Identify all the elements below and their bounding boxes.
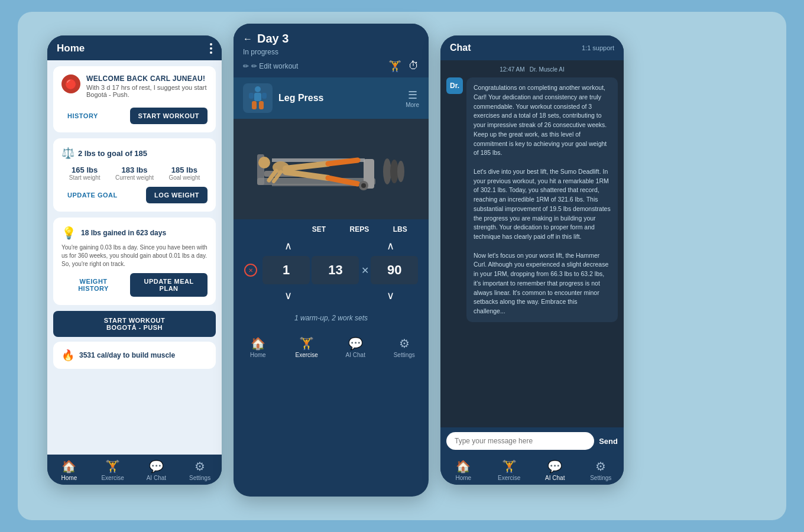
chat-nav-settings[interactable]: ⚙ Settings [586, 459, 615, 481]
chat-title: Chat [450, 43, 471, 53]
home-nav-label-3: Home [455, 475, 471, 481]
insight-body-text: You're gaining 0.03 lbs a day. Since you… [61, 244, 208, 268]
chat-message-row-1: Dr. Congratulations on completing anothe… [446, 77, 618, 322]
chat-nav-label: AI Chat [147, 475, 166, 481]
menu-icon: ☰ [408, 89, 417, 102]
svg-rect-2 [252, 101, 257, 109]
nav-settings[interactable]: ⚙ Settings [185, 459, 215, 481]
reps-value[interactable]: 13 [312, 256, 359, 284]
nav-exercise[interactable]: 🏋 Exercise [98, 459, 128, 481]
home-nav-icon: 🏠 [61, 459, 76, 473]
home-nav-label-2: Home [250, 352, 266, 358]
exercise-nav-icon: 🏋 [105, 459, 120, 473]
current-weight: 183 lbs Current weight [115, 166, 154, 181]
welcome-card: 🔴 WELCOME BACK CARL JUNEAU! With 3 d 17 … [53, 66, 216, 132]
multiply-symbol: ✕ [361, 265, 369, 276]
workout-nav-home[interactable]: 🏠 Home [243, 336, 273, 358]
workout-header: ← Day 3 In progress ✏ ✏ Edit workout 🏋 ⏱ [234, 24, 429, 77]
reps-up-button[interactable]: ∧ [273, 238, 304, 254]
day-title: Day 3 [257, 32, 288, 46]
chat-nav-ai-chat[interactable]: 💬 AI Chat [540, 459, 570, 481]
send-button[interactable]: Send [599, 437, 618, 446]
exercise-nav-label-3: Exercise [498, 475, 520, 481]
svg-point-21 [383, 158, 391, 184]
set-row: ✕ 1 13 ✕ 90 [243, 256, 419, 284]
exercise-selector[interactable]: Leg Press ☰ More [234, 77, 429, 119]
set-number-value: 1 [262, 256, 310, 284]
log-weight-button[interactable]: LOG WEIGHT [146, 187, 208, 203]
more-label: More [406, 102, 419, 108]
chat-messages[interactable]: 12:47 AM Dr. Muscle AI Dr. Congratulatio… [440, 60, 624, 427]
chat-nav-icon: 💬 [149, 459, 164, 473]
home-bottom-nav: 🏠 Home 🏋 Exercise 💬 AI Chat ⚙ Settings [47, 455, 222, 485]
chat-nav-label-2: AI Chat [346, 352, 365, 358]
outer-container: Home 🔴 WELCOME BACK CARL JUNEAU! With 3 … [18, 12, 786, 520]
home-header: Home [47, 35, 222, 60]
timer-icon: ⏱ [409, 60, 419, 73]
workout-nav-exercise[interactable]: 🏋 Exercise [292, 336, 322, 358]
svg-rect-1 [254, 93, 261, 101]
welcome-icon: 🔴 [61, 74, 80, 93]
start-workout-bar[interactable]: START WORKOUT BOGOTÁ - PUSH [53, 311, 216, 337]
goal-weight: 185 lbs Goal weight [168, 166, 200, 181]
svg-rect-4 [249, 93, 254, 99]
settings-nav-icon-2: ⚙ [399, 336, 410, 351]
home-phone: Home 🔴 WELCOME BACK CARL JUNEAU! With 3 … [47, 35, 222, 485]
set-headers: SET REPS LBS [243, 225, 419, 233]
nav-ai-chat[interactable]: 💬 AI Chat [141, 459, 171, 481]
exercise-nav-icon-3: 🏋 [502, 459, 517, 473]
chevron-up-row: ∧ * ∧ [243, 238, 419, 254]
chat-phone: Chat 1:1 support 12:47 AM Dr. Muscle AI … [440, 35, 624, 485]
chat-nav-icon-3: 💬 [547, 459, 562, 473]
update-meal-plan-button[interactable]: UPDATE MEAL PLAN [130, 273, 208, 297]
calories-card: 🔥 3531 cal/day to build muscle [53, 342, 216, 369]
more-options-button[interactable] [210, 43, 212, 54]
goal-card: ⚖️ 2 lbs to goal of 185 165 lbs Start we… [53, 138, 216, 212]
reps-down-button[interactable]: ∨ [273, 288, 304, 303]
weight-history-button[interactable]: WEIGHT HISTORY [61, 273, 125, 297]
exercise-info: Leg Press [243, 83, 323, 113]
calories-text: 3531 cal/day to build muscle [79, 351, 175, 359]
home-nav-label: Home [61, 475, 77, 481]
flame-icon: 🔥 [61, 349, 74, 362]
chat-support-label: 1:1 support [582, 44, 614, 51]
svg-point-22 [390, 160, 398, 183]
set-tracker: SET REPS LBS ∧ * ∧ ✕ 1 13 [234, 219, 429, 309]
update-goal-button[interactable]: UPDATE GOAL [61, 187, 124, 203]
lbs-value[interactable]: 90 [371, 256, 418, 284]
svg-rect-5 [262, 93, 267, 99]
exercise-nav-label-2: Exercise [296, 352, 318, 358]
svg-point-14 [258, 157, 270, 168]
chevron-down-row: ∨ * ∨ [243, 288, 419, 303]
settings-nav-label-3: Settings [590, 475, 611, 481]
chat-header: Chat 1:1 support [440, 35, 624, 60]
workout-phone: ← Day 3 In progress ✏ ✏ Edit workout 🏋 ⏱ [234, 24, 429, 497]
chat-nav-home[interactable]: 🏠 Home [449, 459, 478, 481]
history-button[interactable]: HISTORY [61, 108, 104, 124]
edit-workout-button[interactable]: ✏ ✏ Edit workout [243, 62, 298, 70]
set-delete-button[interactable]: ✕ [244, 264, 257, 277]
lbs-up-button[interactable]: ∧ [375, 238, 406, 254]
exercise-nav-label: Exercise [101, 475, 124, 481]
warm-up-label: 1 warm-up, 2 work sets [234, 309, 429, 327]
welcome-subtitle: With 3 d 17 hrs of rest, I suggest you s… [86, 84, 208, 98]
chat-bottom-nav: 🏠 Home 🏋 Exercise 💬 AI Chat ⚙ Settings [440, 455, 624, 485]
settings-nav-label: Settings [189, 475, 210, 481]
more-button[interactable]: ☰ More [406, 89, 419, 108]
reps-header: REPS [350, 225, 369, 233]
lightbulb-icon: 💡 [61, 226, 76, 240]
dr-muscle-avatar: Dr. [446, 77, 463, 94]
workout-nav-ai-chat[interactable]: 💬 AI Chat [341, 336, 370, 358]
nav-home[interactable]: 🏠 Home [54, 459, 84, 481]
lbs-down-button[interactable]: ∨ [375, 288, 406, 303]
settings-nav-icon: ⚙ [194, 459, 205, 473]
svg-point-25 [361, 183, 366, 188]
chat-input[interactable] [446, 432, 594, 450]
exercise-thumbnail [243, 83, 273, 113]
insight-card: 💡 18 lbs gained in 623 days You're gaini… [53, 218, 216, 305]
back-button[interactable]: ← [243, 34, 252, 44]
start-workout-button[interactable]: START WORKOUT [130, 108, 208, 124]
goal-title-text: 2 lbs to goal of 185 [78, 149, 147, 158]
workout-nav-settings[interactable]: ⚙ Settings [390, 336, 419, 358]
chat-nav-exercise[interactable]: 🏋 Exercise [494, 459, 524, 481]
